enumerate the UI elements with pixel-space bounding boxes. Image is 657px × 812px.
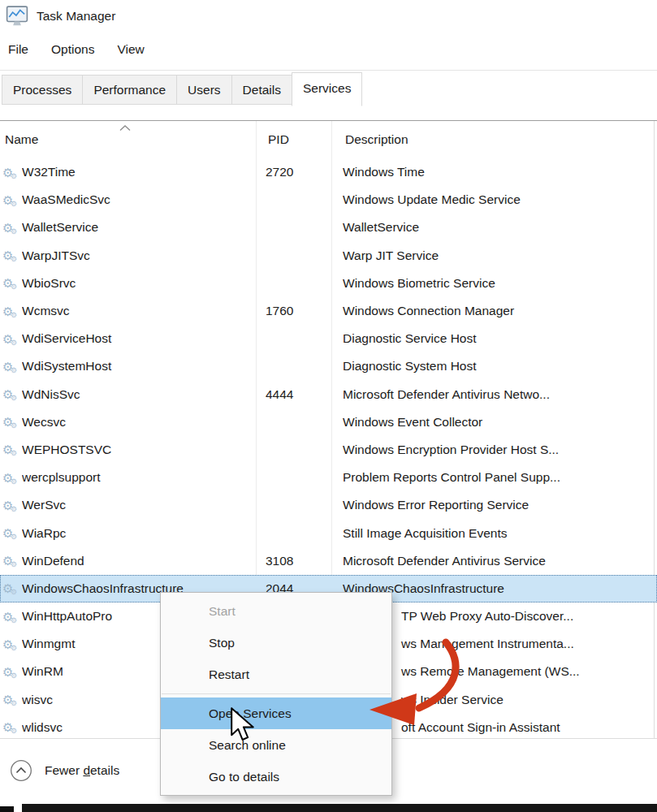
service-gear-icon: ⚙ (0, 638, 22, 650)
context-menu-separator (162, 693, 391, 694)
menubar-item-options[interactable]: Options (51, 42, 94, 67)
service-description: Windows Connection Manager (329, 304, 657, 318)
service-description: Windows Event Collector (329, 415, 657, 430)
table-row-wecsvc[interactable]: ⚙WecsvcWindows Event Collector (0, 408, 657, 436)
service-gear-icon: ⚙ (0, 361, 22, 373)
fewer-details-label: Fewer details (45, 763, 119, 778)
table-row-wcmsvc[interactable]: ⚙Wcmsvc1760Windows Connection Manager (0, 297, 657, 325)
service-description: Problem Reports Control Panel Supp... (329, 470, 657, 485)
service-gear-icon: ⚙ (0, 582, 22, 594)
table-row-wdisystemhost[interactable]: ⚙WdiSystemHostDiagnostic System Host (0, 352, 657, 380)
table-row-wersvc[interactable]: ⚙WerSvcWindows Error Reporting Service (0, 491, 657, 519)
tab-users[interactable]: Users (176, 75, 231, 105)
table-row-waasmedicsvc[interactable]: ⚙WaaSMedicSvcWindows Update Medic Servic… (0, 186, 657, 214)
service-name: wercplsupport (22, 470, 253, 485)
menubar-item-file[interactable]: File (8, 42, 28, 67)
service-name: WEPHOSTSVC (22, 443, 253, 457)
service-gear-icon: ⚙ (0, 499, 22, 512)
service-gear-icon: ⚙ (0, 166, 22, 179)
table-row-walletservice[interactable]: ⚙WalletServiceWalletService (0, 214, 657, 241)
tab-details[interactable]: Details (231, 75, 292, 105)
bottom-black-corner (0, 806, 14, 812)
table-row-wercplsupport[interactable]: ⚙wercplsupportProblem Reports Control Pa… (0, 464, 657, 491)
service-name: WinDefend (22, 554, 253, 568)
service-gear-icon: ⚙ (0, 555, 22, 567)
service-description: Diagnostic System Host (329, 359, 657, 374)
tab-services[interactable]: Services (292, 72, 362, 106)
service-pid: 2720 (253, 165, 329, 179)
column-header-name[interactable]: Name (5, 121, 38, 158)
service-pid: 1760 (253, 304, 329, 318)
sort-ascending-icon (119, 124, 132, 132)
service-name: Wcmsvc (22, 304, 253, 318)
service-gear-icon: ⚙ (0, 277, 22, 289)
service-gear-icon: ⚙ (0, 194, 22, 206)
service-description: WalletService (329, 220, 657, 235)
service-description: Still Image Acquisition Events (329, 526, 657, 541)
service-description: Windows Time (329, 165, 657, 179)
service-name: WbioSrvc (22, 276, 253, 291)
service-gear-icon: ⚙ (0, 611, 22, 623)
chevron-up-circle-icon (10, 759, 32, 782)
table-row-w32time[interactable]: ⚙W32Time2720Windows Time (0, 158, 657, 186)
menu-item-search-online[interactable]: Search online (161, 729, 391, 761)
service-description: Windows Error Reporting Service (329, 498, 657, 512)
service-description: Microsoft Defender Antivirus Netwo... (329, 387, 657, 402)
tab-performance[interactable]: Performance (82, 75, 177, 105)
service-pid: 4444 (253, 387, 329, 402)
context-menu: StartStopRestartOpen ServicesSearch onli… (160, 592, 392, 796)
service-description: Windows Biometric Service (329, 276, 657, 291)
table-row-wdnissvc[interactable]: ⚙WdNisSvc4444Microsoft Defender Antiviru… (0, 381, 657, 408)
service-gear-icon: ⚙ (0, 333, 22, 345)
column-header-pid[interactable]: PID (268, 121, 289, 158)
tab-processes[interactable]: Processes (2, 75, 83, 105)
service-name: WaaSMedicSvc (22, 192, 253, 207)
service-gear-icon: ⚙ (0, 693, 22, 706)
service-name: W32Time (22, 165, 253, 179)
service-gear-icon: ⚙ (0, 666, 22, 678)
service-name: WiaRpc (22, 526, 253, 541)
task-manager-app-icon (6, 5, 28, 28)
menu-item-restart[interactable]: Restart (161, 659, 391, 690)
service-description: Microsoft Defender Antivirus Service (329, 554, 657, 568)
table-row-wbiosrvc[interactable]: ⚙WbioSrvcWindows Biometric Service (0, 270, 657, 297)
menu-bar: FileOptionsView (8, 42, 167, 67)
service-description: Diagnostic Service Host (329, 331, 657, 346)
service-name: Wecsvc (22, 415, 253, 430)
task-manager-window: Task Manager FileOptionsView ProcessesPe… (0, 0, 657, 812)
service-gear-icon: ⚙ (0, 249, 22, 261)
service-gear-icon: ⚙ (0, 416, 22, 428)
menu-item-go-to-details[interactable]: Go to details (161, 761, 391, 793)
service-name: WarpJITSvc (22, 248, 253, 263)
menu-item-stop[interactable]: Stop (161, 627, 391, 659)
table-row-wiarpc[interactable]: ⚙WiaRpcStill Image Acquisition Events (0, 519, 657, 546)
service-name: WalletService (22, 220, 253, 235)
table-row-wephostsvc[interactable]: ⚙WEPHOSTSVCWindows Encryption Provider H… (0, 436, 657, 464)
column-header-description[interactable]: Description (345, 121, 408, 158)
service-gear-icon: ⚙ (0, 388, 22, 400)
service-pid: 3108 (253, 554, 329, 568)
service-description: Warp JIT Service (329, 248, 657, 263)
table-row-warpjitsvc[interactable]: ⚙WarpJITSvcWarp JIT Service (0, 242, 657, 270)
fewer-details-button[interactable]: Fewer details (10, 759, 119, 782)
service-name: WdNisSvc (22, 387, 253, 402)
service-gear-icon: ⚙ (0, 305, 22, 317)
service-description: Windows Encryption Provider Host S... (329, 443, 657, 457)
table-row-windefend[interactable]: ⚙WinDefend3108Microsoft Defender Antivir… (0, 547, 657, 575)
window-title: Task Manager (37, 9, 115, 24)
menu-item-start: Start (161, 595, 391, 627)
service-description: Windows Update Medic Service (329, 192, 657, 207)
table-header: Name PID Description (0, 121, 657, 158)
service-name: WerSvc (22, 498, 253, 512)
service-gear-icon: ⚙ (0, 443, 22, 456)
service-gear-icon: ⚙ (0, 721, 22, 733)
menu-item-open-services[interactable]: Open Services (161, 698, 391, 729)
tab-bar: ProcessesPerformanceUsersDetailsServices (0, 70, 657, 105)
service-gear-icon: ⚙ (0, 222, 22, 234)
service-gear-icon: ⚙ (0, 527, 22, 539)
service-name: WdiServiceHost (22, 331, 253, 346)
menubar-item-view[interactable]: View (117, 42, 144, 67)
window-titlebar: Task Manager (0, 0, 657, 37)
service-name: WdiSystemHost (22, 359, 253, 374)
table-row-wdiservicehost[interactable]: ⚙WdiServiceHostDiagnostic Service Host (0, 325, 657, 352)
